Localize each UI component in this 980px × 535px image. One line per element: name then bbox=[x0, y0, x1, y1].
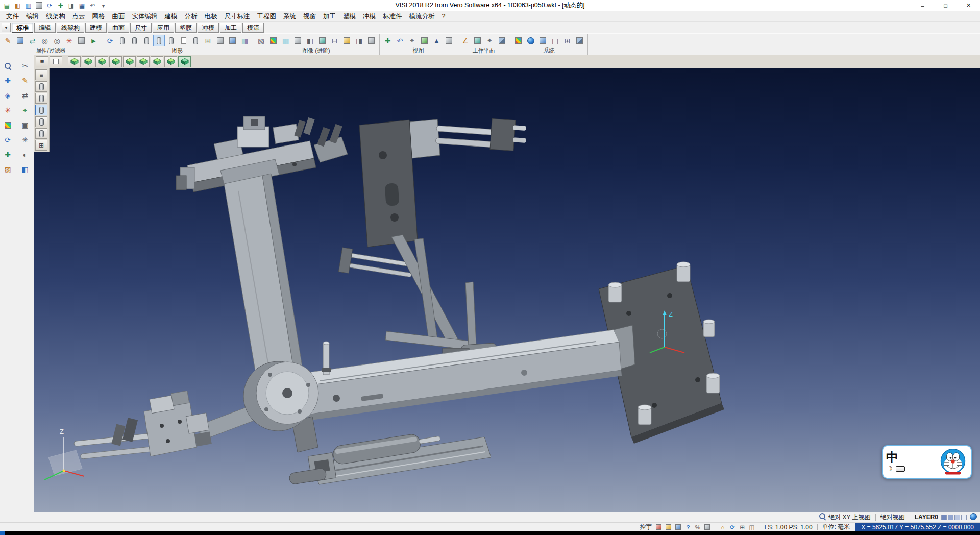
star-tool-icon[interactable]: ✳ bbox=[19, 134, 31, 145]
close-button[interactable]: ✕ bbox=[957, 0, 980, 11]
grid-status-icon[interactable]: ⊞ bbox=[737, 523, 747, 531]
menu-standard-parts[interactable]: 标准件 bbox=[379, 11, 406, 22]
print-icon[interactable] bbox=[34, 1, 44, 10]
view-menu-icon[interactable]: ≡ bbox=[36, 56, 48, 67]
menu-dimension[interactable]: 尺寸标注 bbox=[221, 11, 254, 22]
menu-system[interactable]: 系统 bbox=[280, 11, 300, 22]
unlink-icon[interactable]: ◎ bbox=[51, 35, 63, 46]
ime-toolbar[interactable]: 中 ☽ bbox=[882, 445, 972, 479]
search-icon[interactable] bbox=[819, 513, 826, 522]
sheet-view-icon[interactable] bbox=[178, 35, 189, 46]
grid-toggle-button[interactable]: ⊞ bbox=[35, 140, 47, 151]
settings-icon[interactable] bbox=[673, 523, 683, 531]
grid-icon[interactable]: ▦ bbox=[77, 1, 87, 10]
menu-mesh[interactable]: 网格 bbox=[89, 11, 109, 22]
view-cube-button[interactable] bbox=[68, 56, 81, 67]
hidden-line-view-icon[interactable] bbox=[129, 35, 140, 46]
minimize-button[interactable]: – bbox=[911, 0, 934, 11]
tab-standard[interactable]: 标准 bbox=[12, 23, 33, 33]
workplane-origin-icon[interactable]: ⌖ bbox=[484, 35, 496, 46]
redraw-icon[interactable]: ⟳ bbox=[104, 35, 116, 46]
frame-status-icon[interactable]: ◫ bbox=[747, 523, 756, 531]
table-icon[interactable]: ▤ bbox=[549, 35, 561, 46]
view-cube-button[interactable] bbox=[82, 56, 94, 67]
scale-percent-icon[interactable]: % bbox=[693, 523, 702, 531]
absolute-view-label[interactable]: 绝对视图 bbox=[878, 513, 907, 522]
swap-icon[interactable]: ⇄ bbox=[19, 90, 31, 101]
trim-icon[interactable]: ✂ bbox=[19, 60, 31, 71]
workplane-align-icon[interactable] bbox=[496, 35, 508, 46]
filter-icon[interactable] bbox=[14, 35, 26, 46]
menu-analysis[interactable]: 分析 bbox=[181, 11, 201, 22]
menu-wireframe[interactable]: 线架构 bbox=[42, 11, 69, 22]
menu-progress[interactable]: 冲模 bbox=[359, 11, 379, 22]
ime-mode-indicator[interactable]: 中 bbox=[886, 451, 898, 464]
tab-wireframe[interactable]: 线架构 bbox=[57, 23, 84, 33]
tab-mould[interactable]: 塑膜 bbox=[175, 23, 197, 33]
cad-plane-icon[interactable] bbox=[574, 35, 585, 46]
view-split-icon[interactable]: ◨ bbox=[66, 1, 76, 10]
shading-icon[interactable]: ▧ bbox=[255, 35, 267, 46]
shaded-view-icon[interactable] bbox=[141, 35, 153, 46]
undo-icon[interactable]: ↶ bbox=[88, 1, 97, 10]
view-list-button[interactable]: ≡ bbox=[35, 69, 47, 80]
home-view-icon[interactable]: ⌂ bbox=[718, 523, 727, 531]
view-cube-button[interactable] bbox=[151, 56, 163, 67]
view-cube-button[interactable] bbox=[109, 56, 122, 67]
clip-plane-icon[interactable]: ⊟ bbox=[329, 35, 340, 46]
menu-mould[interactable]: 塑模 bbox=[339, 11, 359, 22]
panel-tool-icon[interactable]: ◧ bbox=[19, 164, 31, 175]
globe-icon[interactable] bbox=[525, 35, 536, 46]
snap-target-icon[interactable]: ⌖ bbox=[19, 105, 31, 116]
menu-drawing[interactable]: 工程图 bbox=[254, 11, 280, 22]
section-left-icon[interactable]: ◧ bbox=[304, 35, 316, 46]
record-icon[interactable] bbox=[654, 523, 664, 531]
shadow-icon[interactable] bbox=[365, 35, 377, 46]
menu-window[interactable]: 视窗 bbox=[300, 11, 320, 22]
menu-file[interactable]: 文件 bbox=[3, 11, 22, 22]
tab-modeling[interactable]: 建模 bbox=[85, 23, 107, 33]
center-view-icon[interactable]: ⌖ bbox=[406, 35, 418, 46]
zoom-all-icon[interactable]: ✚ bbox=[382, 35, 394, 46]
edit-properties-icon[interactable]: ✎ bbox=[2, 35, 14, 46]
grid-settings-icon[interactable]: ⊞ bbox=[561, 35, 573, 46]
tab-machining[interactable]: 加工 bbox=[220, 23, 241, 33]
globe-status-icon[interactable] bbox=[970, 513, 977, 522]
ime-keyboard-icon[interactable] bbox=[896, 466, 905, 472]
model-canvas[interactable]: Z bbox=[34, 68, 980, 512]
zoom-icon[interactable] bbox=[2, 60, 14, 71]
halfcircle-tool-icon[interactable]: ◐ bbox=[19, 149, 31, 160]
layer-color-swatch[interactable] bbox=[948, 515, 953, 520]
view-manager-icon[interactable] bbox=[443, 35, 455, 46]
apply-filter-icon[interactable]: ► bbox=[88, 35, 100, 46]
open-file-icon[interactable]: ◧ bbox=[13, 1, 22, 10]
view-mode-label[interactable]: 绝对 XY 上视图 bbox=[826, 513, 872, 522]
modify-attributes-icon[interactable]: ✳ bbox=[63, 35, 75, 46]
new-doc-icon[interactable]: ▤ bbox=[2, 1, 12, 10]
workplane-angle-icon[interactable]: ∠ bbox=[459, 35, 471, 46]
tab-flow[interactable]: 模流 bbox=[242, 23, 264, 33]
diamond-select-icon[interactable]: ◈ bbox=[2, 90, 14, 101]
wireframe-view-icon[interactable] bbox=[116, 35, 128, 46]
menu-surface[interactable]: 曲面 bbox=[109, 11, 129, 22]
swap-attributes-icon[interactable]: ⇄ bbox=[27, 35, 38, 46]
view-cube-button[interactable] bbox=[164, 56, 177, 67]
background-icon[interactable] bbox=[227, 35, 238, 46]
tab-surface[interactable]: 曲面 bbox=[108, 23, 129, 33]
gear-icon[interactable]: ✳ bbox=[2, 105, 14, 116]
tab-dropdown-icon[interactable]: ▼ bbox=[2, 23, 11, 32]
texture-icon[interactable]: ▦ bbox=[280, 35, 291, 46]
menu-modeling[interactable]: 建模 bbox=[161, 11, 181, 22]
layers-icon[interactable] bbox=[664, 523, 673, 531]
transparent-view-icon[interactable] bbox=[165, 35, 177, 46]
view-cube-active-button[interactable] bbox=[178, 56, 191, 67]
menu-pointcloud[interactable]: 点云 bbox=[69, 11, 89, 22]
viewport-split-icon[interactable]: ⊞ bbox=[202, 35, 214, 46]
orient-view-icon[interactable]: ▲ bbox=[431, 35, 443, 46]
menu-flow-analysis[interactable]: 模流分析 bbox=[406, 11, 438, 22]
ime-halfwidth-icon[interactable]: ☽ bbox=[886, 465, 893, 473]
active-layer-label[interactable]: LAYER0 bbox=[913, 514, 940, 521]
add-icon[interactable]: ✚ bbox=[56, 1, 65, 10]
qat-dropdown-icon[interactable]: ▾ bbox=[99, 1, 108, 10]
tab-edit[interactable]: 编辑 bbox=[34, 23, 56, 33]
